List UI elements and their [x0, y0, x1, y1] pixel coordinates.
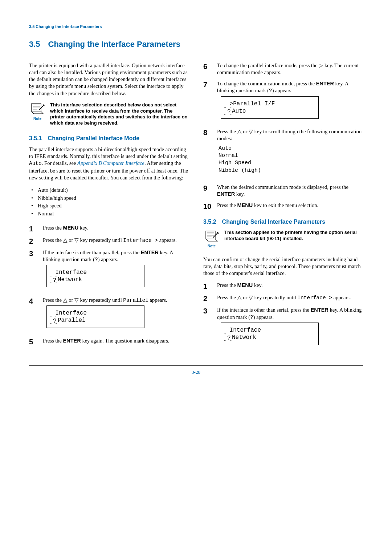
- key-enter: ENTER: [311, 307, 328, 313]
- section-title: 3.5 Changing the Interface Parameters: [29, 40, 363, 49]
- step-body: To change the parallel interface mode, p…: [217, 62, 363, 76]
- lcd-text: Interface: [230, 327, 261, 334]
- lcd-display: Interface ↘↙?↗↖ Parallel: [46, 305, 144, 328]
- text: . For details, see: [42, 160, 77, 166]
- step-10: 10 Press the MENU key to exit the menu s…: [203, 202, 363, 210]
- lcd-text: Interface: [56, 309, 87, 317]
- intro-paragraph: The printer is equipped with a parallel …: [29, 62, 189, 97]
- lcd-line: ↘↙?↗↖ Network: [226, 334, 313, 341]
- lcd-text: Network: [232, 334, 256, 341]
- note-label: Note: [29, 117, 46, 121]
- key-menu: MENU: [237, 282, 253, 288]
- inline-code: ?: [269, 88, 272, 94]
- step-body: If the interface is other than serial, p…: [217, 307, 363, 350]
- text: ) appears.: [253, 314, 274, 320]
- text: Press the: [217, 282, 237, 288]
- para-3-5-1: The parallel interface supports a bi-dir…: [29, 146, 189, 181]
- text: or: [68, 297, 74, 303]
- step-b2: 2 Press the △ or ▽ key repeatedly until …: [203, 294, 363, 302]
- column-left: The printer is equipped with a parallel …: [29, 62, 189, 355]
- text: key repeatedly until: [253, 295, 297, 300]
- triangle-up-icon: △: [63, 237, 68, 243]
- blink-marker: ↘↙?↗↖: [52, 276, 58, 283]
- step-number: 8: [203, 128, 212, 179]
- note-icon: [204, 230, 219, 242]
- step-number: 5: [29, 337, 38, 345]
- triangle-right-icon: ▷: [319, 62, 323, 68]
- step-body: Press the △ or ▽ key to scroll through t…: [217, 128, 363, 179]
- blink-marker: ↘↙?↗↖: [52, 317, 58, 324]
- note-label: Note: [203, 244, 220, 248]
- note-icon: [30, 102, 45, 114]
- note-block: Note This interface selection described …: [29, 102, 189, 127]
- code-block: Auto Normal High Speed Nibble (high): [217, 145, 363, 174]
- lcd-line: ↘↙?↗↖ Network: [52, 276, 139, 283]
- note-block: Note This section applies to the printer…: [203, 230, 363, 248]
- step-number: 10: [203, 202, 212, 210]
- step-number: 1: [203, 282, 212, 290]
- text: key again. The question mark disappears.: [81, 338, 170, 344]
- triangle-down-icon: ▽: [249, 295, 253, 300]
- key-menu: MENU: [63, 225, 79, 231]
- step-5: 5 Press the ENTER key again. The questio…: [29, 337, 189, 345]
- bullet-list: Auto (default) Nibble/high speed High sp…: [29, 186, 189, 218]
- text: Press the: [43, 297, 63, 303]
- blink-marker: ↘↙?↗↖: [226, 108, 232, 115]
- text: Press the: [43, 237, 63, 243]
- list-item: Normal: [29, 210, 189, 218]
- text: To change the communication mode, press …: [217, 81, 316, 86]
- step-number: 1: [29, 224, 38, 232]
- text: Press the: [217, 202, 237, 208]
- lcd-display: Interface ↘↙?↗↖ Network: [221, 323, 319, 345]
- lcd-line: >Parallel I/F: [226, 100, 313, 108]
- step-body: If the interface is other than parallel,…: [43, 249, 189, 292]
- step-body: Press the △ or ▽ key repeatedly until Pa…: [43, 297, 189, 333]
- note-text: This interface selection described below…: [50, 102, 189, 127]
- step-3: 3 If the interface is other than paralle…: [29, 249, 189, 292]
- appendix-link[interactable]: Appendix B Computer Interface: [77, 160, 144, 166]
- step-body: To change the communication mode, press …: [217, 80, 363, 123]
- text: Press the: [43, 225, 63, 231]
- lcd-line: ↘↙?↗↖ Parallel: [52, 317, 139, 324]
- triangle-down-icon: ▽: [74, 237, 79, 243]
- step-body: When the desired communication mode is d…: [217, 184, 363, 198]
- text: key to exit the menu selection.: [253, 202, 318, 208]
- text: or: [242, 295, 249, 300]
- key-enter: ENTER: [217, 191, 235, 197]
- lcd-display: >Parallel I/F ↘↙?↗↖ Auto: [221, 96, 319, 119]
- step-b1: 1 Press the MENU key.: [203, 282, 363, 290]
- text: or: [242, 129, 249, 134]
- step-body: Press the MENU key.: [217, 282, 363, 290]
- step-number: 2: [29, 237, 38, 245]
- step-6: 6 To change the parallel interface mode,…: [203, 62, 363, 76]
- triangle-up-icon: △: [237, 295, 242, 300]
- lcd-display: Interface ↘↙?↗↖ Network: [46, 265, 144, 287]
- lcd-text: Parallel: [58, 317, 86, 324]
- key-menu: MENU: [237, 202, 253, 208]
- note-icon-wrap: Note: [29, 102, 46, 121]
- lcd-line: Interface: [52, 269, 139, 276]
- step-8: 8 Press the △ or ▽ key to scroll through…: [203, 128, 363, 179]
- column-right: 6 To change the parallel interface mode,…: [203, 62, 363, 355]
- page-number: 3-28: [29, 366, 363, 375]
- step-7: 7 To change the communication mode, pres…: [203, 80, 363, 123]
- step-number: 6: [203, 62, 212, 76]
- subsection-3-5-2: 3.5.2 Changing Serial Interface Paramete…: [203, 219, 363, 225]
- text: key repeatedly until: [79, 297, 123, 303]
- text: key.: [78, 225, 88, 231]
- step-body: Press the △ or ▽ key repeatedly until In…: [217, 294, 363, 302]
- text: If the interface is other than serial, p…: [217, 307, 311, 313]
- text: To change the parallel interface mode, p…: [217, 62, 319, 68]
- step-9: 9 When the desired communication mode is…: [203, 184, 363, 198]
- rule-top: [29, 22, 363, 22]
- step-2: 2 Press the △ or ▽ key repeatedly until …: [29, 237, 189, 245]
- text: key repeatedly until: [79, 237, 123, 243]
- step-number: 3: [203, 307, 212, 350]
- text: key.: [235, 191, 245, 197]
- text: When the desired communication mode is d…: [217, 184, 348, 190]
- text: Press the: [217, 295, 237, 300]
- text: appears.: [332, 295, 351, 300]
- inline-code: Auto: [29, 161, 42, 166]
- step-body: Press the △ or ▽ key repeatedly until In…: [43, 237, 189, 245]
- lcd-line: Interface: [52, 309, 139, 317]
